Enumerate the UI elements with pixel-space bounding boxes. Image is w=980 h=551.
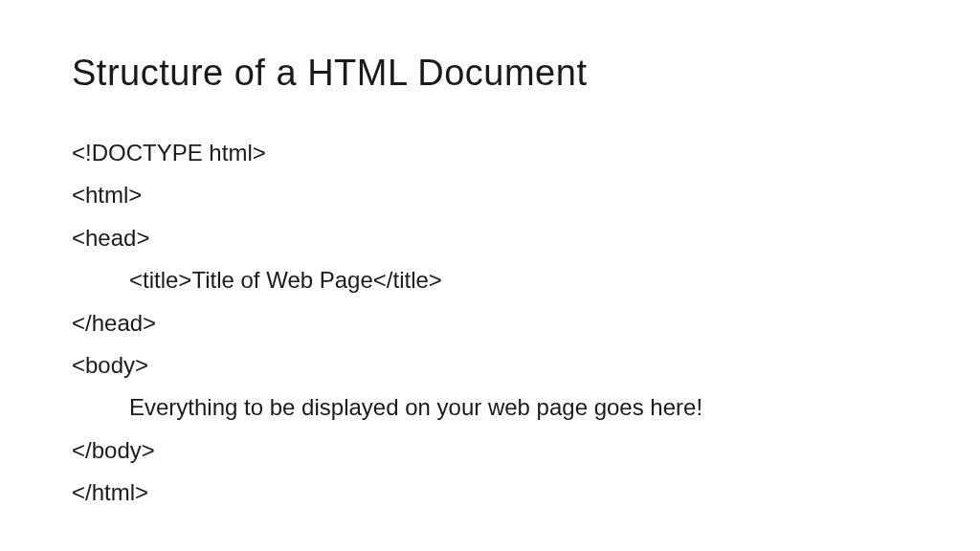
code-line-body-content: Everything to be displayed on your web p… [72,386,908,429]
code-line-head-open: <head> [72,217,908,259]
code-line-title: <title>Title of Web Page</title> [72,259,908,301]
code-example: <!DOCTYPE html> <html> <head> <title>Tit… [72,132,908,515]
code-line-doctype: <!DOCTYPE html> [72,132,908,174]
code-line-html-open: <html> [72,174,908,216]
code-line-head-close: </head> [72,302,908,344]
slide-title: Structure of a HTML Document [72,53,908,94]
code-line-body-close: </body> [72,430,908,472]
code-line-body-open: <body> [72,344,908,386]
code-line-html-close: </html> [72,472,908,514]
